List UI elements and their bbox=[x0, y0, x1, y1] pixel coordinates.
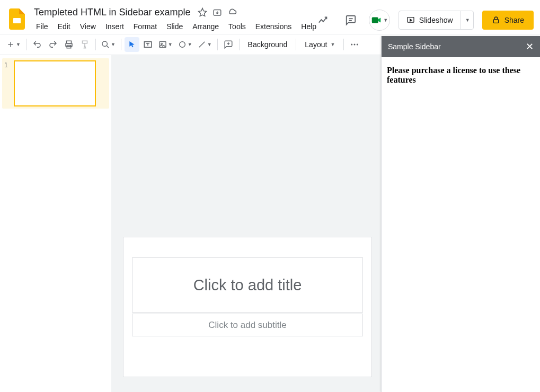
header-actions: ▼ Slideshow ▼ Share bbox=[314, 10, 534, 31]
separator bbox=[343, 39, 344, 50]
menu-arrange[interactable]: Arrange bbox=[188, 20, 223, 33]
sidebar-header: Sample Sidebar ✕ bbox=[382, 36, 540, 57]
menu-file[interactable]: File bbox=[32, 20, 52, 33]
thumbnail-slide-1-row: 1 bbox=[2, 58, 109, 109]
svg-point-12 bbox=[102, 41, 107, 46]
menu-format[interactable]: Format bbox=[129, 20, 161, 33]
menu-extensions[interactable]: Extensions bbox=[251, 20, 296, 33]
background-button[interactable]: Background bbox=[243, 37, 293, 52]
thumbnail-slide-1[interactable] bbox=[14, 60, 96, 106]
svg-line-20 bbox=[199, 42, 205, 48]
menu-tools[interactable]: Tools bbox=[224, 20, 250, 33]
separator bbox=[296, 39, 296, 50]
slideshow-button[interactable]: Slideshow bbox=[399, 16, 461, 24]
title-area: Templeted HTML in Sidebar example File E… bbox=[32, 5, 321, 33]
slides-app-icon[interactable] bbox=[6, 8, 28, 30]
thumbnail-panel: 1 bbox=[0, 55, 111, 392]
layout-label: Layout bbox=[305, 40, 327, 49]
title-placeholder[interactable]: Click to add title bbox=[132, 257, 363, 313]
layout-button[interactable]: Layout ▼ bbox=[299, 37, 340, 52]
svg-rect-0 bbox=[13, 18, 21, 23]
separator bbox=[26, 39, 26, 50]
menu-slide[interactable]: Slide bbox=[162, 20, 187, 33]
thumbnail-number: 1 bbox=[4, 60, 11, 106]
redo-button[interactable] bbox=[46, 37, 60, 52]
svg-point-23 bbox=[351, 44, 353, 46]
star-icon[interactable] bbox=[198, 7, 207, 17]
separator bbox=[239, 39, 240, 50]
sidebar-title: Sample Sidebar bbox=[388, 42, 441, 51]
sidebar-content: Please purchase a license to use these f… bbox=[382, 57, 540, 93]
chevron-down-icon: ▼ bbox=[168, 42, 173, 47]
textbox-tool[interactable] bbox=[140, 37, 155, 52]
svg-point-18 bbox=[161, 43, 163, 44]
svg-rect-6 bbox=[493, 20, 498, 23]
separator bbox=[217, 39, 218, 50]
close-icon[interactable]: ✕ bbox=[526, 41, 534, 52]
subtitle-placeholder[interactable]: Click to add subtitle bbox=[132, 314, 363, 336]
document-title[interactable]: Templeted HTML in Sidebar example bbox=[32, 6, 192, 19]
paint-format-button[interactable] bbox=[77, 37, 92, 52]
image-tool[interactable]: ▼ bbox=[156, 37, 175, 52]
move-icon[interactable] bbox=[213, 7, 222, 17]
slideshow-label: Slideshow bbox=[419, 16, 453, 24]
separator bbox=[95, 39, 96, 50]
menu-edit[interactable]: Edit bbox=[54, 20, 75, 33]
menu-insert[interactable]: Insert bbox=[101, 20, 128, 33]
undo-button[interactable] bbox=[30, 37, 45, 52]
slide[interactable]: Click to add title Click to add subtitle bbox=[123, 237, 372, 377]
header: Templeted HTML in Sidebar example File E… bbox=[0, 0, 540, 34]
slideshow-dropdown[interactable]: ▼ bbox=[461, 11, 473, 30]
new-slide-button[interactable]: ▼ bbox=[4, 37, 23, 52]
sidebar: Sample Sidebar ✕ Please purchase a licen… bbox=[381, 36, 540, 392]
cloud-status-icon[interactable] bbox=[227, 7, 237, 17]
meet-button[interactable]: ▼ bbox=[369, 10, 390, 31]
analytics-icon[interactable] bbox=[314, 11, 333, 30]
more-tools-button[interactable] bbox=[347, 37, 362, 52]
comment-tool[interactable] bbox=[221, 37, 236, 52]
select-tool[interactable] bbox=[125, 37, 139, 52]
svg-rect-4 bbox=[372, 17, 378, 23]
separator bbox=[121, 39, 121, 50]
svg-point-25 bbox=[357, 44, 358, 46]
shape-tool[interactable]: ▼ bbox=[176, 37, 194, 52]
share-button[interactable]: Share bbox=[482, 11, 534, 30]
menu-bar: File Edit View Insert Format Slide Arran… bbox=[32, 20, 321, 33]
svg-point-24 bbox=[354, 44, 356, 46]
chevron-down-icon: ▼ bbox=[383, 17, 388, 23]
share-label: Share bbox=[504, 16, 524, 24]
chevron-down-icon: ▼ bbox=[207, 42, 212, 47]
chevron-down-icon: ▼ bbox=[465, 17, 470, 23]
zoom-button[interactable]: ▼ bbox=[99, 37, 118, 52]
print-button[interactable] bbox=[61, 37, 76, 52]
svg-line-13 bbox=[107, 46, 109, 48]
comments-icon[interactable] bbox=[341, 11, 360, 30]
svg-point-19 bbox=[179, 42, 185, 48]
menu-view[interactable]: View bbox=[76, 20, 100, 33]
slideshow-button-group: Slideshow ▼ bbox=[399, 11, 474, 30]
chevron-down-icon: ▼ bbox=[330, 42, 335, 47]
chevron-down-icon: ▼ bbox=[188, 42, 192, 47]
chevron-down-icon: ▼ bbox=[16, 42, 21, 47]
line-tool[interactable]: ▼ bbox=[196, 37, 214, 52]
chevron-down-icon: ▼ bbox=[111, 42, 116, 47]
